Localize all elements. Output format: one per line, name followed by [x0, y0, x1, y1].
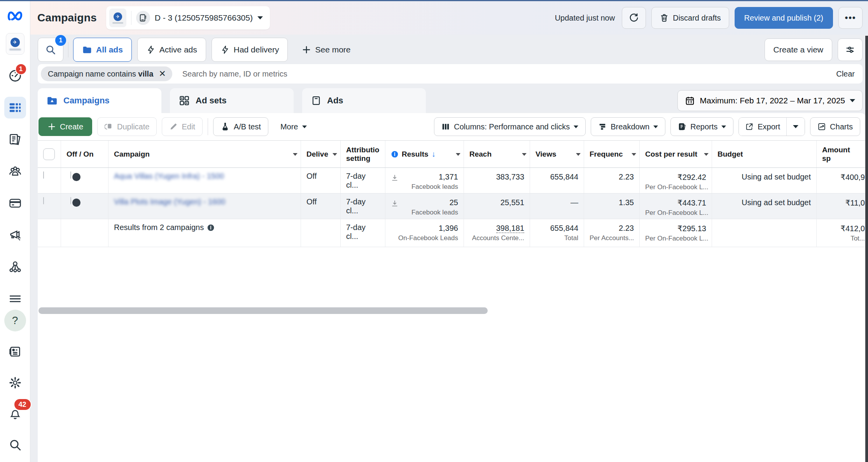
create-button[interactable]: Create — [38, 117, 92, 136]
see-more-filters-button[interactable]: See more — [293, 38, 359, 62]
campaigns-table-icon — [9, 101, 22, 114]
remove-filter-icon[interactable]: ✕ — [159, 70, 166, 78]
search-input[interactable] — [182, 70, 836, 78]
clear-filters-link[interactable]: Clear — [836, 70, 855, 78]
menu-hamburger-icon — [9, 292, 22, 305]
filter-all-ads[interactable]: All ads — [73, 38, 132, 62]
breakdown-button[interactable]: Breakdown — [591, 117, 665, 136]
audiences-people-icon — [8, 165, 22, 178]
reach-cell: 25,551 — [464, 194, 530, 219]
create-a-view-button[interactable]: Create a view — [765, 38, 832, 61]
frequency-cell: 2.23 — [584, 168, 640, 193]
cost-per-result-cell: ₹292.42Per On-Facebook L... — [640, 168, 712, 193]
campaign-toggle[interactable] — [70, 197, 71, 204]
pencil-icon — [169, 122, 178, 131]
charts-button[interactable]: Charts — [810, 117, 860, 136]
help-button[interactable]: ? — [4, 310, 26, 331]
view-settings-button[interactable] — [838, 38, 863, 61]
tab-campaigns[interactable]: Campaigns — [38, 88, 161, 113]
campaign-name-link[interactable]: Villa Plots Image (Yugen) - 1600 — [114, 197, 225, 206]
sliders-icon — [845, 44, 856, 55]
level-tabs-row: Campaigns Ad sets Ads Maximum: Feb 17, 2… — [38, 88, 863, 113]
attribution-cell: 7-day cl... — [341, 168, 385, 193]
sort-desc-icon: ↓ — [432, 150, 436, 159]
reports-button[interactable]: Reports — [670, 117, 733, 136]
row-checkbox[interactable] — [43, 171, 44, 179]
date-range-selector[interactable]: Maximum: Feb 17, 2022 – Mar 17, 2025 — [677, 90, 863, 111]
reach-summary: 398,181Accounts Cente... — [464, 219, 530, 247]
plus-icon — [302, 45, 311, 54]
business-app-tile[interactable]: ✈ — [6, 33, 24, 55]
row-checkbox[interactable] — [43, 197, 44, 204]
export-button[interactable]: Export — [739, 118, 786, 136]
horizontal-scrollbar[interactable] — [38, 307, 488, 314]
select-all-checkbox[interactable] — [43, 148, 55, 160]
export-options-button[interactable] — [787, 118, 805, 136]
delivery-cell: Off — [301, 194, 341, 219]
attribution-cell: 7-day cl... — [341, 194, 385, 219]
pages-icon — [9, 133, 22, 146]
sidebar-item-notifications[interactable]: 42 — [4, 403, 26, 425]
ad-account-icon — [136, 11, 150, 25]
campaign-name-link[interactable]: Aqua Villas (Yugen Infra) - 1500 — [114, 172, 224, 180]
budget-cell: Using ad set budget — [712, 168, 817, 193]
chevron-down-icon — [522, 153, 527, 156]
trash-icon — [660, 13, 669, 23]
filter-chip-campaign-name[interactable]: Campaign name contains villa ✕ — [41, 66, 172, 81]
sidebar-item-ads-manager[interactable] — [4, 97, 26, 119]
sidebar-item-audiences[interactable] — [4, 160, 26, 182]
duplicate-button[interactable]: Duplicate — [97, 117, 157, 136]
search-icon — [9, 438, 22, 452]
filter-presets-row: 1 All ads Active ads Had delivery See mo… — [38, 38, 863, 62]
col-campaign[interactable]: Campaign — [108, 141, 301, 167]
campaign-toggle[interactable] — [70, 171, 71, 179]
filter-had-delivery[interactable]: Had delivery — [212, 38, 288, 62]
sidebar-item-pages[interactable] — [4, 129, 26, 150]
chevron-down-icon — [257, 16, 263, 19]
sidebar-item-search[interactable] — [4, 434, 26, 456]
col-views[interactable]: Views — [530, 141, 584, 167]
sidebar-item-updates[interactable] — [4, 341, 26, 363]
sidebar-item-billing[interactable] — [4, 192, 26, 214]
table-row: Villa Plots Image (Yugen) - 1600 Off 7-d… — [38, 194, 866, 219]
edit-button[interactable]: Edit — [162, 117, 202, 136]
ab-test-button[interactable]: A/B test — [213, 117, 268, 136]
col-delivery[interactable]: Delive — [301, 141, 341, 167]
filters-search-button[interactable]: 1 — [38, 38, 63, 62]
sidebar-item-all-tools[interactable] — [4, 288, 26, 310]
meta-logo-icon[interactable] — [6, 10, 24, 22]
more-options-button[interactable]: ••• — [838, 7, 863, 29]
col-amount-spent: Amount sp — [817, 141, 866, 167]
window-top-edge — [0, 0, 868, 1]
filter-active-ads[interactable]: Active ads — [137, 38, 206, 62]
sidebar-item-business-structure[interactable] — [4, 256, 26, 278]
chevron-down-icon — [850, 99, 855, 102]
sidebar-item-settings[interactable] — [4, 372, 26, 394]
tab-ads[interactable]: Ads — [302, 88, 426, 113]
chevron-down-icon — [293, 153, 298, 156]
tab-ad-sets[interactable]: Ad sets — [170, 88, 294, 113]
col-frequency[interactable]: Frequenc — [584, 141, 640, 167]
org-nodes-icon — [9, 260, 22, 274]
col-reach[interactable]: Reach — [464, 141, 530, 167]
amount-spent-cell: ₹11,0 — [817, 194, 866, 219]
amount-spent-cell: ₹400,9 — [817, 168, 866, 193]
sidebar-item-ads-settings[interactable] — [4, 224, 26, 246]
more-actions-button[interactable]: More — [273, 117, 314, 136]
copy-icon — [105, 122, 113, 131]
plus-icon — [47, 122, 56, 131]
ad-account-selector[interactable]: ✈ D - 3 (1250575985766305) — [106, 6, 270, 30]
chevron-down-icon — [332, 153, 337, 156]
col-cost-per-result[interactable]: Cost per result — [640, 141, 712, 167]
sidebar-item-account-overview[interactable]: 1 — [4, 65, 26, 87]
campaigns-table-card: Create Duplicate Edit A/B test More — [38, 113, 866, 462]
review-and-publish-button[interactable]: Review and publish (2) — [735, 7, 833, 29]
info-icon — [391, 150, 399, 158]
cost-summary: ₹295.13Per On-Facebook L... — [640, 219, 712, 247]
discard-drafts-button[interactable]: Discard drafts — [651, 7, 729, 29]
chevron-down-icon — [721, 126, 726, 128]
columns-button[interactable]: Columns: Performance and clicks — [434, 117, 586, 136]
col-results[interactable]: Results ↓ — [385, 141, 464, 167]
refresh-button[interactable] — [622, 7, 646, 29]
delivery-cell: Off — [301, 168, 341, 193]
